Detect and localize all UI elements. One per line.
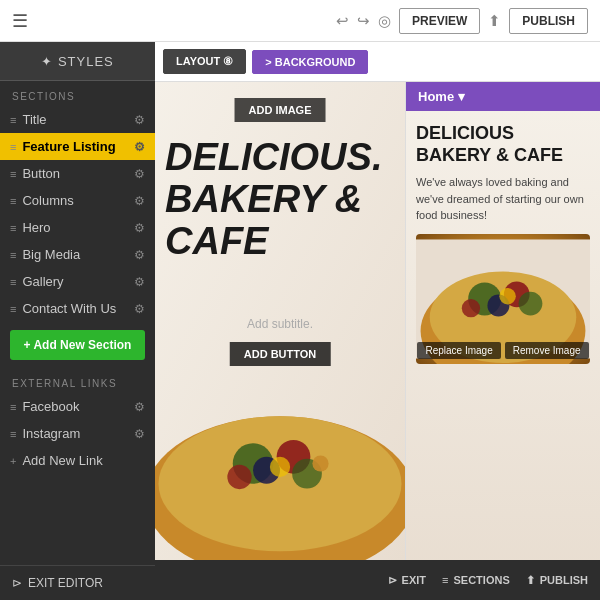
preview-image-buttons: Replace Image Remove Image — [416, 342, 590, 359]
svg-point-1 — [159, 416, 402, 551]
undo-icon[interactable]: ↩ — [336, 12, 349, 30]
canvas-area: ADD IMAGE DELICIOUS. BAKERY & CAFE Add s… — [155, 82, 600, 560]
exit-label: EXIT EDITOR — [28, 576, 103, 590]
svg-point-15 — [519, 291, 543, 315]
svg-point-6 — [227, 465, 251, 489]
top-bar-left: ☰ — [12, 10, 28, 32]
publish-button[interactable]: PUBLISH — [509, 8, 588, 34]
gear-icon[interactable]: ⚙ — [134, 400, 145, 414]
sidebar-item-feature-listing[interactable]: ≡ Feature Listing ⚙ — [0, 133, 155, 160]
gear-icon[interactable]: ⚙ — [134, 140, 145, 154]
gear-icon[interactable]: ⚙ — [134, 275, 145, 289]
exit-label: EXIT — [402, 574, 426, 586]
drag-icon: ≡ — [10, 276, 16, 288]
sidebar-item-facebook[interactable]: ≡ Facebook ⚙ — [0, 393, 155, 420]
preview-content: DELICIOUSBAKERY & CAFE We've always love… — [406, 111, 600, 560]
preview-heading: DELICIOUSBAKERY & CAFE — [416, 123, 590, 166]
sidebar-item-label: Big Media — [22, 247, 80, 262]
gear-icon[interactable]: ⚙ — [134, 194, 145, 208]
svg-point-8 — [312, 455, 328, 471]
external-links-label: EXTERNAL LINKS — [0, 368, 155, 393]
drag-icon: ≡ — [10, 114, 16, 126]
canvas-heading: DELICIOUS. BAKERY & CAFE — [165, 137, 395, 262]
gear-icon[interactable]: ⚙ — [134, 167, 145, 181]
sidebar-item-big-media[interactable]: ≡ Big Media ⚙ — [0, 241, 155, 268]
gear-icon[interactable]: ⚙ — [134, 221, 145, 235]
sidebar-item-label: Add New Link — [22, 453, 102, 468]
drag-icon: ≡ — [10, 222, 16, 234]
sidebar-item-label: Gallery — [22, 274, 63, 289]
gear-icon[interactable]: ⚙ — [134, 248, 145, 262]
sidebar-item-gallery[interactable]: ≡ Gallery ⚙ — [0, 268, 155, 295]
sidebar-item-label: Title — [22, 112, 46, 127]
sidebar-item-button[interactable]: ≡ Button ⚙ — [0, 160, 155, 187]
canvas-right-preview: Home ▾ DELICIOUSBAKERY & CAFE We've alwa… — [405, 82, 600, 560]
styles-label: ✦ STYLES — [41, 54, 113, 69]
sidebar-header: ✦ STYLES — [0, 42, 155, 81]
sections-label: SECTIONS — [0, 81, 155, 106]
sidebar-item-hero[interactable]: ≡ Hero ⚙ — [0, 214, 155, 241]
svg-point-7 — [270, 457, 290, 477]
canvas-left: ADD IMAGE DELICIOUS. BAKERY & CAFE Add s… — [155, 82, 405, 560]
canvas-subtitle: Add subtitle. — [247, 317, 313, 331]
gear-icon[interactable]: ⚙ — [134, 113, 145, 127]
top-bar: ☰ ↩ ↪ ◎ PREVIEW ⬆ PUBLISH — [0, 0, 600, 42]
upload-icon: ⬆ — [488, 12, 501, 30]
sidebar-item-label: Facebook — [22, 399, 79, 414]
exit-icon: ⊳ — [388, 574, 397, 587]
drag-icon: ≡ — [10, 428, 16, 440]
exit-icon: ⊳ — [12, 576, 22, 590]
drag-icon: ≡ — [10, 195, 16, 207]
sidebar-item-contact[interactable]: ≡ Contact With Us ⚙ — [0, 295, 155, 322]
preview-nav-label: Home ▾ — [418, 89, 465, 104]
add-image-button[interactable]: ADD IMAGE — [235, 98, 326, 122]
sections-button[interactable]: ≡ SECTIONS — [442, 574, 510, 586]
canvas-background: ADD IMAGE DELICIOUS. BAKERY & CAFE Add s… — [155, 82, 405, 560]
content-area: LAYOUT ⑧ > BACKGROUND — [155, 42, 600, 600]
exit-button[interactable]: ⊳ EXIT — [388, 574, 426, 587]
sidebar-item-label: Columns — [22, 193, 73, 208]
top-bar-right: ↩ ↪ ◎ PREVIEW ⬆ PUBLISH — [336, 8, 588, 34]
publish-bottom-button[interactable]: ⬆ PUBLISH — [526, 574, 588, 587]
gear-icon[interactable]: ⚙ — [134, 302, 145, 316]
preview-button[interactable]: PREVIEW — [399, 8, 480, 34]
upload-icon: ⬆ — [526, 574, 535, 587]
sidebar-item-label: Button — [22, 166, 60, 181]
sidebar-item-label: Hero — [22, 220, 50, 235]
bottom-bar: ⊳ EXIT ≡ SECTIONS ⬆ PUBLISH — [155, 560, 600, 600]
content-toolbar: LAYOUT ⑧ > BACKGROUND — [155, 42, 600, 82]
main-layout: ✦ STYLES SECTIONS ≡ Title ⚙ ≡ Feature Li… — [0, 42, 600, 600]
preview-body-text: We've always loved baking and we've drea… — [416, 174, 590, 224]
sidebar-bottom: ⊳ EXIT EDITOR — [0, 565, 155, 600]
redo-icon[interactable]: ↪ — [357, 12, 370, 30]
exit-editor-button[interactable]: ⊳ EXIT EDITOR — [0, 566, 155, 600]
plus-icon: + — [10, 455, 16, 467]
publish-label: PUBLISH — [540, 574, 588, 586]
layout-button[interactable]: LAYOUT ⑧ — [163, 49, 246, 74]
drag-icon: ≡ — [10, 401, 16, 413]
sidebar-item-columns[interactable]: ≡ Columns ⚙ — [0, 187, 155, 214]
hamburger-icon[interactable]: ☰ — [12, 10, 28, 32]
drag-icon: ≡ — [10, 141, 16, 153]
sections-icon: ≡ — [442, 574, 448, 586]
drag-icon: ≡ — [10, 168, 16, 180]
drag-icon: ≡ — [10, 303, 16, 315]
preview-image-area: Replace Image Remove Image — [416, 234, 590, 364]
sidebar-item-label: Feature Listing — [22, 139, 115, 154]
preview-nav[interactable]: Home ▾ — [406, 82, 600, 111]
sidebar-item-instagram[interactable]: ≡ Instagram ⚙ — [0, 420, 155, 447]
eye-icon: ◎ — [378, 12, 391, 30]
sidebar-item-add-link[interactable]: + Add New Link — [0, 447, 155, 474]
add-button-button[interactable]: ADD BUTTON — [230, 342, 331, 366]
canvas-heading-text: DELICIOUS. BAKERY & CAFE — [165, 137, 395, 262]
background-button[interactable]: > BACKGROUND — [252, 50, 368, 74]
svg-point-17 — [499, 288, 515, 304]
sidebar-item-title[interactable]: ≡ Title ⚙ — [0, 106, 155, 133]
add-section-button[interactable]: + Add New Section — [10, 330, 145, 360]
replace-image-button[interactable]: Replace Image — [417, 342, 500, 359]
remove-image-button[interactable]: Remove Image — [505, 342, 589, 359]
gear-icon[interactable]: ⚙ — [134, 427, 145, 441]
svg-point-16 — [462, 299, 480, 317]
sections-label: SECTIONS — [453, 574, 509, 586]
sidebar: ✦ STYLES SECTIONS ≡ Title ⚙ ≡ Feature Li… — [0, 42, 155, 600]
